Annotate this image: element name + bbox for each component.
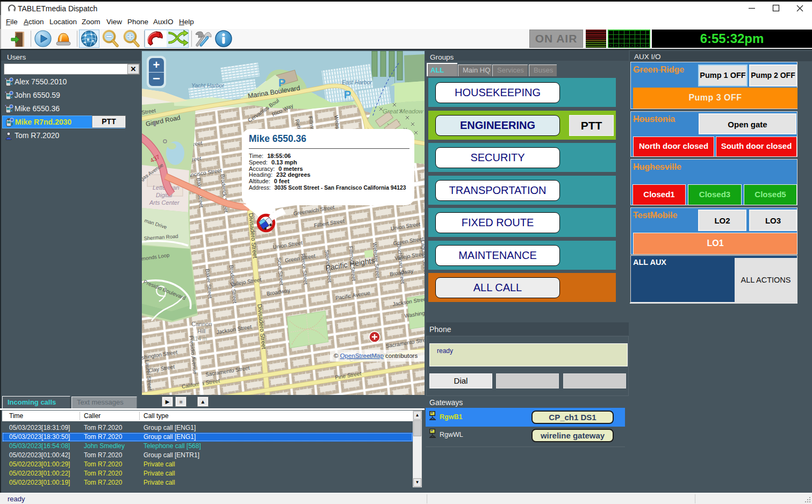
svg-text:Cannon: Cannon	[191, 321, 212, 327]
svg-text:P: P	[278, 77, 285, 89]
svg-text:Hill: Hill	[197, 328, 205, 334]
svg-text:Yacht Harbor: Yacht Harbor	[191, 82, 225, 89]
svg-text:114 m: 114 m	[192, 336, 207, 342]
svg-text:P: P	[344, 89, 351, 100]
svg-text:Great Meadow: Great Meadow	[383, 108, 423, 114]
svg-text:© OpenStreetMap contributors: © OpenStreetMap contributors	[334, 352, 418, 359]
svg-text:East Harbor: East Harbor	[342, 79, 372, 85]
svg-text:Arts Center: Arts Center	[149, 199, 180, 206]
